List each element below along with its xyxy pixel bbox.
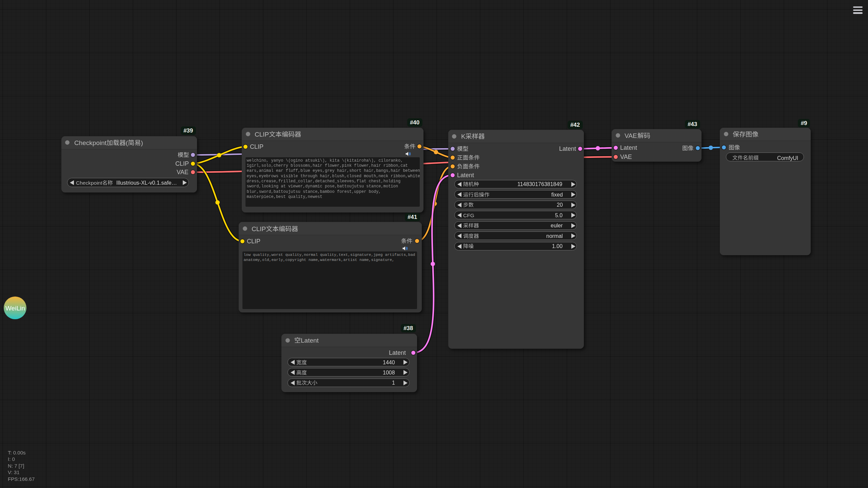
svg-text:FPS:166.67: FPS:166.67 [8,476,35,482]
svg-text:V: 31: V: 31 [8,469,19,475]
svg-text:Checkpoint: Checkpoint [74,139,107,146]
svg-text:1: 1 [392,380,395,386]
svg-text:I: 0: I: 0 [8,456,15,462]
svg-text:VAE: VAE [177,169,189,176]
svg-text:CLIP: CLIP [252,225,266,232]
svg-text:CLIP: CLIP [250,143,263,150]
svg-text:CLIP: CLIP [247,238,260,245]
svg-text:Illustrious-XL-v0.1.safe…: Illustrious-XL-v0.1.safe… [116,180,177,186]
svg-text:Latent: Latent [389,349,406,356]
svg-text:K: K [461,133,466,140]
svg-text:N: 7 [7]: N: 7 [7] [8,463,24,469]
svg-text:normal: normal [546,233,563,239]
svg-text:1.00: 1.00 [552,243,563,249]
svg-text:CLIP: CLIP [255,131,269,138]
svg-text:Latent: Latent [457,172,474,179]
svg-text:Latent: Latent [301,337,319,344]
svg-text:ComfyUI: ComfyUI [777,155,798,161]
svg-text:(: ( [126,139,128,146]
svg-text:114830176381849: 114830176381849 [517,181,562,187]
svg-text:1440: 1440 [383,360,395,365]
svg-text:fixed: fixed [551,192,563,198]
svg-text:20: 20 [557,202,563,208]
svg-text:WeiLin: WeiLin [5,305,25,312]
svg-text:5.0: 5.0 [555,212,563,218]
svg-text:Latent: Latent [620,144,637,151]
svg-text:1008: 1008 [383,370,395,375]
svg-text:CLIP: CLIP [175,160,189,167]
svg-text:): ) [141,139,143,146]
svg-text:VAE: VAE [625,132,637,139]
svg-text:CFG: CFG [463,212,474,218]
svg-text:Latent: Latent [559,145,576,152]
svg-text:euler: euler [551,223,563,228]
svg-text:VAE: VAE [620,154,632,160]
svg-text:Checkpoint: Checkpoint [76,180,102,186]
svg-text:T: 0.00s: T: 0.00s [8,450,26,455]
